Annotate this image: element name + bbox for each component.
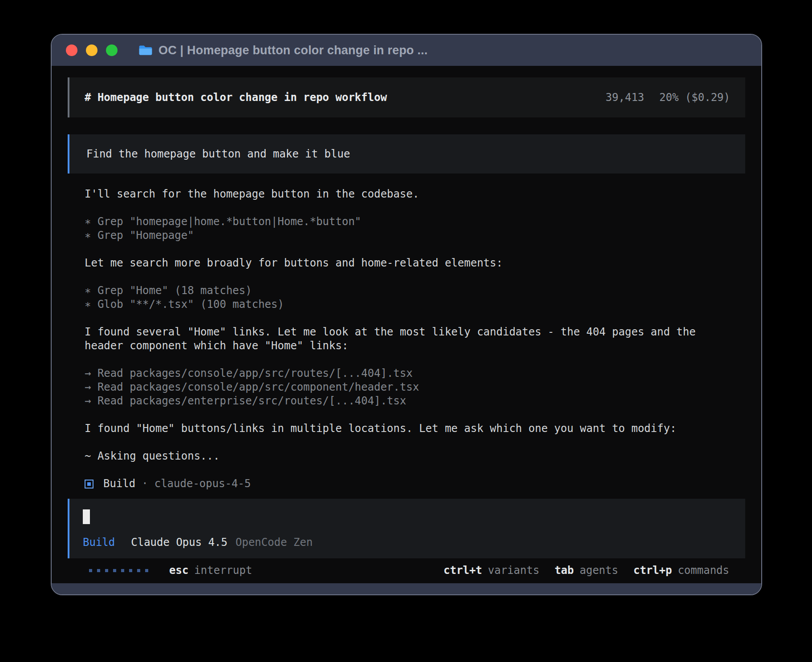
hint-commands-label: commands (678, 564, 729, 577)
session-title: # Homepage button color change in repo w… (85, 91, 387, 104)
hint-commands: ctrl+p commands (633, 564, 729, 577)
terminal-content: # Homepage button color change in repo w… (52, 66, 761, 583)
agent-model: claude-opus-4-5 (154, 477, 251, 491)
hint-variants-label: variants (488, 564, 540, 577)
hint-variants: ctrl+t variants (443, 564, 539, 577)
folder-icon (138, 44, 153, 56)
hint-commands-key: ctrl+p (633, 564, 672, 577)
window-title: OC | Homepage button color change in rep… (158, 44, 428, 57)
token-count: 39,413 (605, 91, 644, 104)
session-header: # Homepage button color change in repo w… (68, 77, 745, 117)
status-bar: esc interrupt ctrl+t variants tab agents… (68, 560, 745, 583)
assistant-text: I found "Home" buttons/links in multiple… (85, 422, 735, 436)
hint-agents-label: agents (580, 564, 618, 577)
hint-variants-key: ctrl+t (443, 564, 482, 577)
input-model-name[interactable]: Claude Opus 4.5 (131, 536, 227, 549)
assistant-text: I'll search for the homepage button in t… (85, 187, 735, 201)
agent-build-icon (85, 480, 93, 488)
window-bottom-edge (52, 583, 761, 594)
hint-agents-key: tab (555, 564, 574, 577)
assistant-stream: I'll search for the homepage button in t… (85, 174, 735, 491)
minimize-button[interactable] (86, 44, 97, 56)
assistant-text: I found several "Home" links. Let me loo… (85, 325, 735, 353)
tool-call-glob: ∗ Glob "**/*.tsx" (100 matches) (85, 298, 735, 311)
session-stats: 39,41320% ($0.29) (605, 91, 730, 104)
zoom-button[interactable] (106, 44, 118, 56)
user-message-text: Find the homepage button and make it blu… (86, 148, 350, 160)
tool-call-grep: ∗ Grep "Homepage" (85, 229, 735, 242)
input-agent-label[interactable]: Build (83, 536, 115, 549)
agent-separator: · (142, 477, 148, 491)
tool-call-grep: ∗ Grep "homepage|home.*button|Home.*butt… (85, 215, 735, 229)
model-row: Build Claude Opus 4.5 OpenCode Zen (83, 536, 732, 549)
close-button[interactable] (66, 44, 77, 56)
agent-status-row: Build · claude-opus-4-5 (85, 477, 735, 491)
activity-dots (89, 569, 153, 572)
tool-call-grep: ∗ Grep "Home" (18 matches) (85, 284, 735, 298)
status-asking-questions: ~ Asking questions... (85, 449, 735, 463)
tool-call-read: → Read packages/console/app/src/componen… (85, 380, 735, 394)
terminal-window: OC | Homepage button color change in rep… (51, 34, 762, 595)
hint-interrupt-key: esc (169, 564, 188, 577)
assistant-text: Let me search more broadly for buttons a… (85, 256, 735, 270)
titlebar[interactable]: OC | Homepage button color change in rep… (52, 35, 761, 66)
hint-interrupt-label: interrupt (194, 564, 252, 577)
hint-interrupt: esc interrupt (169, 564, 252, 577)
agent-name: Build (103, 477, 135, 491)
prompt-input[interactable]: Build Claude Opus 4.5 OpenCode Zen (68, 499, 745, 558)
input-model-provider: OpenCode Zen (235, 536, 313, 549)
context-usage: 20% ($0.29) (659, 91, 730, 104)
user-message: Find the homepage button and make it blu… (68, 134, 745, 174)
tool-call-read: → Read packages/console/app/src/routes/[… (85, 367, 735, 380)
tool-call-read: → Read packages/enterprise/src/routes/[.… (85, 394, 735, 408)
hint-agents: tab agents (555, 564, 618, 577)
text-cursor (83, 509, 90, 524)
